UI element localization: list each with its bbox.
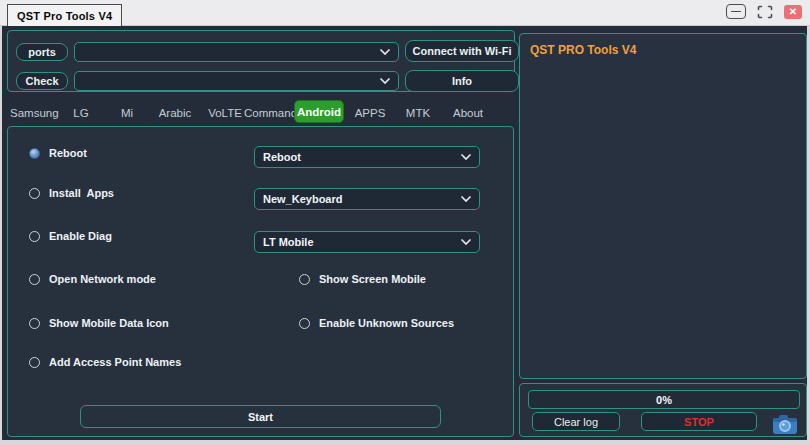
radio-icon — [29, 318, 40, 329]
option-label: Open Network mode — [49, 273, 156, 285]
tab-samsung[interactable]: Samsung — [10, 105, 56, 121]
info-button-label: Info — [452, 75, 472, 87]
tab-about[interactable]: About — [449, 105, 487, 121]
radio-icon — [29, 188, 40, 199]
check-button[interactable]: Check — [16, 72, 68, 90]
start-button-label: Start — [248, 411, 273, 423]
stop-button-label: STOP — [684, 416, 714, 428]
window-title: QST Pro Tools V4 — [7, 4, 122, 26]
window-controls: ✕ — [726, 4, 802, 19]
status-panel: 0% Clear log STOP — [519, 383, 807, 437]
camera-icon — [772, 413, 798, 435]
radio-icon — [29, 357, 40, 368]
option-label: Show Mobile Data Icon — [49, 317, 169, 329]
radio-icon — [299, 318, 310, 329]
close-icon: ✕ — [789, 6, 797, 17]
chevron-down-icon — [461, 196, 471, 202]
port-select-dropdown[interactable] — [74, 42, 399, 62]
tab-apps[interactable]: APPS — [352, 105, 388, 121]
radio-option-show-screen-mobile[interactable]: Show Screen Mobile — [299, 273, 426, 285]
option-label: Show Screen Mobile — [319, 273, 426, 285]
titlebar: QST Pro Tools V4 ✕ — [0, 0, 810, 26]
radio-icon — [299, 274, 310, 285]
minimize-button[interactable] — [726, 4, 746, 19]
radio-option-show-mobile-data-icon[interactable]: Show Mobile Data Icon — [29, 317, 169, 329]
clear-log-button[interactable]: Clear log — [532, 412, 620, 431]
screenshot-button[interactable] — [771, 412, 799, 436]
tab-mtk[interactable]: MTK — [401, 105, 435, 121]
radio-selected-icon — [29, 148, 40, 159]
log-output-panel[interactable]: QST PRO Tools V4 — [519, 33, 807, 379]
connect-wifi-button[interactable]: Connect with Wi-Fi — [405, 40, 519, 62]
ports-button-label: ports — [28, 46, 56, 58]
connect-wifi-label: Connect with Wi-Fi — [413, 45, 512, 57]
minimize-icon — [731, 11, 741, 13]
stop-button[interactable]: STOP — [641, 412, 757, 431]
radio-icon — [29, 231, 40, 242]
radio-option-open-network-mode[interactable]: Open Network mode — [29, 273, 156, 285]
client-area: ports Connect with Wi-Fi Check — [2, 26, 807, 440]
enable-diag-value: LT Mobile — [263, 236, 461, 248]
ports-button[interactable]: ports — [16, 43, 68, 61]
maximize-icon — [757, 5, 773, 19]
radio-option-install-apps[interactable]: Install Apps — [29, 187, 114, 199]
maximize-button[interactable] — [755, 4, 775, 19]
info-button[interactable]: Info — [405, 70, 519, 92]
progress-bar: 0% — [528, 390, 800, 409]
start-button[interactable]: Start — [80, 405, 441, 428]
enable-diag-dropdown[interactable]: LT Mobile — [254, 231, 480, 253]
check-select-dropdown[interactable] — [74, 71, 399, 91]
log-panel-title: QST PRO Tools V4 — [530, 43, 636, 57]
reboot-mode-dropdown[interactable]: Reboot — [254, 146, 480, 168]
close-button[interactable]: ✕ — [784, 5, 802, 19]
tab-mi[interactable]: Mi — [112, 105, 142, 121]
option-label: Enable Diag — [49, 230, 112, 242]
install-apps-value: New_Keyboard — [263, 193, 461, 205]
tab-android[interactable]: Android — [294, 100, 344, 123]
radio-option-add-access-point-names[interactable]: Add Access Point Names — [29, 356, 181, 368]
tab-lg[interactable]: LG — [64, 105, 98, 121]
radio-icon — [29, 274, 40, 285]
tab-volte[interactable]: VoLTE — [204, 105, 246, 121]
radio-option-enable-diag[interactable]: Enable Diag — [29, 230, 112, 242]
clear-log-label: Clear log — [554, 416, 598, 428]
connection-panel: ports Connect with Wi-Fi Check — [7, 30, 515, 92]
option-label: Install Apps — [49, 187, 114, 199]
option-label: Enable Unknown Sources — [319, 317, 454, 329]
progress-percentage: 0% — [656, 394, 672, 406]
radio-option-enable-unknown-sources[interactable]: Enable Unknown Sources — [299, 317, 454, 329]
reboot-mode-value: Reboot — [263, 151, 461, 163]
chevron-down-icon — [461, 239, 471, 245]
tab-command[interactable]: Command — [244, 105, 296, 121]
option-label: Add Access Point Names — [49, 356, 181, 368]
chevron-down-icon — [380, 49, 390, 55]
tab-arabic[interactable]: Arabic — [154, 105, 196, 121]
option-label: Reboot — [49, 147, 87, 159]
android-tab-panel: Reboot Reboot Install Apps New_Keyboard — [7, 126, 514, 437]
install-apps-dropdown[interactable]: New_Keyboard — [254, 188, 480, 210]
app-window: QST Pro Tools V4 ✕ ports — [0, 0, 810, 445]
chevron-down-icon — [380, 78, 390, 84]
check-button-label: Check — [25, 75, 58, 87]
chevron-down-icon — [461, 154, 471, 160]
radio-option-reboot[interactable]: Reboot — [29, 147, 87, 159]
